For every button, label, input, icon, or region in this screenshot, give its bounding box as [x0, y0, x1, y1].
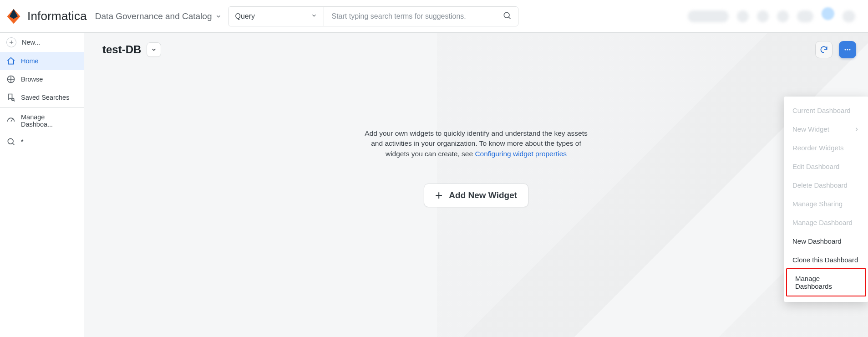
sidebar-item-saved-searches[interactable]: Saved Searches	[0, 88, 84, 107]
blurred-area	[822, 7, 834, 20]
sidebar-item-new[interactable]: New...	[0, 33, 84, 52]
menu-item-manage-dashboards[interactable]: Manage Dashboards	[787, 269, 865, 296]
svg-point-15	[845, 49, 846, 51]
configuring-widget-properties-link[interactable]: Configuring widget properties	[475, 150, 567, 158]
menu-item-new-widget: New Widget	[784, 120, 868, 138]
gauge-icon	[6, 116, 15, 125]
menu-item-label: Manage Dashboards	[795, 275, 857, 290]
blurred-area	[797, 10, 813, 22]
blurred-area	[777, 10, 789, 22]
menu-item-label: Clone this Dashboard	[792, 256, 858, 264]
menu-item-label: Manage Dashboard	[792, 219, 853, 226]
chevron-down-icon	[311, 12, 317, 19]
brand: Informatica	[5, 8, 89, 25]
search-bar: Query	[228, 6, 518, 26]
menu-item-clone-this-dashboard[interactable]: Clone this Dashboard	[784, 250, 868, 269]
svg-line-14	[13, 143, 15, 145]
add-new-widget-button[interactable]: + Add New Widget	[424, 184, 528, 207]
bookmark-search-icon	[6, 93, 15, 102]
sidebar-divider	[0, 107, 84, 108]
main-panel: test-DB Add your own widgets to quickly	[84, 33, 868, 337]
dashboard-switcher[interactable]	[147, 42, 161, 57]
svg-point-10	[12, 98, 14, 101]
refresh-button[interactable]	[815, 41, 832, 58]
search-icon	[503, 11, 512, 20]
sidebar-item-label: Manage Dashboa...	[21, 113, 77, 128]
sidebar-item-label: *	[21, 138, 24, 145]
button-label: Add New Widget	[449, 190, 517, 200]
chevron-down-icon	[215, 13, 222, 20]
more-actions-button[interactable]	[839, 41, 856, 58]
search-input[interactable]	[330, 12, 498, 21]
chevron-down-icon	[151, 46, 157, 53]
blurred-area	[688, 10, 729, 22]
menu-item-label: Delete Dashboard	[792, 181, 848, 189]
highlighted-menu-item: Manage Dashboards	[786, 268, 866, 296]
menu-item-delete-dashboard: Delete Dashboard	[784, 176, 868, 194]
module-label: Data Governance and Catalog	[95, 11, 212, 21]
sidebar-item-browse[interactable]: Browse	[0, 70, 84, 88]
sidebar: New... Home Browse Saved Searches	[0, 33, 84, 337]
menu-item-new-dashboard[interactable]: New Dashboard	[784, 232, 868, 250]
sidebar-item-home[interactable]: Home	[0, 52, 84, 70]
svg-point-16	[847, 49, 848, 51]
sidebar-item-search-star[interactable]: *	[0, 133, 84, 151]
svg-line-11	[14, 100, 15, 101]
actions-menu: Current DashboardNew WidgetReorder Widge…	[784, 97, 868, 302]
more-horizontal-icon	[843, 45, 852, 54]
blurred-area	[757, 10, 769, 22]
sidebar-item-label: Browse	[21, 76, 43, 83]
browse-icon	[6, 75, 15, 84]
svg-line-4	[509, 17, 511, 19]
menu-item-current-dashboard: Current Dashboard	[784, 101, 868, 120]
refresh-icon	[819, 45, 828, 54]
header-actions	[815, 41, 856, 58]
svg-line-12	[11, 120, 12, 122]
sidebar-item-label: Home	[21, 57, 39, 65]
menu-item-label: Manage Sharing	[792, 200, 843, 208]
empty-state: Add your own widgets to quickly identify…	[84, 128, 868, 207]
svg-point-3	[504, 12, 510, 18]
menu-item-reorder-widgets: Reorder Widgets	[784, 138, 868, 157]
page-title: test-DB	[102, 43, 141, 56]
search-scope-dropdown[interactable]: Query	[228, 7, 324, 26]
plus-circle-icon	[6, 37, 16, 47]
app-body: New... Home Browse Saved Searches	[0, 33, 868, 337]
menu-item-label: New Widget	[792, 125, 829, 133]
blurred-area	[843, 10, 855, 22]
informatica-logo-icon	[5, 8, 22, 25]
brand-name: Informatica	[27, 9, 87, 23]
menu-item-label: Reorder Widgets	[792, 144, 844, 152]
top-bar-right	[688, 10, 864, 23]
sidebar-item-label: Saved Searches	[21, 94, 69, 101]
search-icon	[6, 137, 15, 146]
empty-line: and activities in your organization. To …	[84, 138, 868, 148]
svg-point-17	[849, 49, 851, 51]
chevron-right-icon	[853, 126, 860, 133]
menu-item-manage-dashboard: Manage Dashboard	[784, 213, 868, 232]
menu-item-label: New Dashboard	[792, 237, 842, 245]
main-header: test-DB	[84, 33, 868, 58]
menu-item-label: Edit Dashboard	[792, 163, 839, 170]
svg-point-13	[8, 138, 13, 144]
empty-line: widgets you can create, see Configuring …	[84, 149, 868, 159]
sidebar-item-manage-dashboards[interactable]: Manage Dashboa...	[0, 109, 84, 133]
menu-item-label: Current Dashboard	[792, 107, 851, 114]
menu-item-edit-dashboard: Edit Dashboard	[784, 157, 868, 176]
blurred-area	[737, 10, 749, 22]
menu-item-manage-sharing: Manage Sharing	[784, 194, 868, 213]
search-scope-label: Query	[235, 12, 255, 20]
top-bar: Informatica Data Governance and Catalog …	[0, 0, 868, 33]
search-input-wrap	[324, 7, 518, 26]
sidebar-item-label: New...	[22, 39, 40, 46]
home-icon	[6, 56, 15, 66]
module-switcher[interactable]: Data Governance and Catalog	[95, 11, 222, 21]
empty-line: Add your own widgets to quickly identify…	[84, 128, 868, 138]
